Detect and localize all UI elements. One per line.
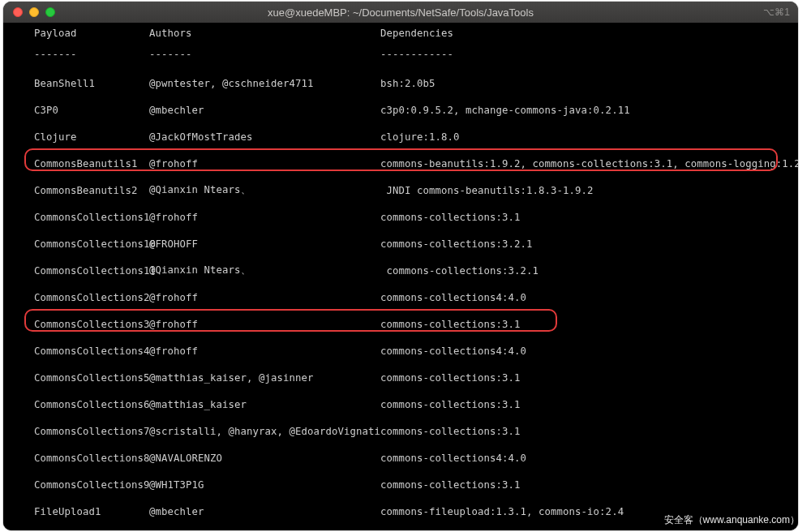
window-title: xue@xuedeMBP: ~/Documents/NetSafe/Tools/…: [3, 6, 798, 19]
sep-deps: ------------: [380, 49, 453, 60]
cell-deps: commons-collections:3.1: [380, 426, 521, 437]
cell-payload: CommonsCollections2: [34, 292, 150, 303]
close-icon[interactable]: [13, 7, 23, 17]
table-row: C3P0 @mbechler c3p0:0.9.5.2, mchange-com…: [3, 97, 798, 123]
cell-deps: clojure:1.8.0: [380, 131, 460, 143]
titlebar: xue@xuedeMBP: ~/Documents/NetSafe/Tools/…: [3, 2, 798, 23]
cell-authors: @JackOfMostTrades: [149, 131, 253, 143]
table-row: CommonsCollections11 @Qianxin Ntears、 co…: [3, 257, 798, 284]
table-row: CommonsCollections2 @frohoff commons-col…: [3, 284, 798, 311]
cell-deps: commons-collections:3.2.1: [380, 265, 539, 277]
sep-payload: -------: [34, 49, 77, 60]
table-row: CommonsCollections5 @matthias_kaiser, @j…: [3, 364, 798, 391]
cell-authors: @scristalli, @hanyrax, @EdoardoVignati: [149, 426, 380, 437]
cell-authors: @pwntester, @cschneider4711: [149, 78, 314, 89]
cell-payload: CommonsCollections7: [34, 426, 150, 437]
cell-authors: @mbechler: [149, 105, 204, 116]
cell-deps: c3p0:0.9.5.2, mchange-commons-java:0.2.1…: [380, 105, 630, 116]
cell-payload: CommonsCollections5: [34, 372, 150, 384]
cell-deps: commons-collections:3.1: [380, 479, 521, 491]
cell-authors: @mbechler: [149, 506, 204, 517]
cell-deps: JNDI commons-beanutils:1.8.3-1.9.2: [380, 185, 594, 196]
cell-deps: commons-collections4:4.0: [380, 292, 526, 303]
shortcut-hint: ⌥⌘1: [763, 6, 790, 18]
header-row: Payload Authors Dependencies: [3, 24, 798, 42]
cell-payload: CommonsCollections6: [34, 399, 150, 410]
cell-deps: commons-fileupload:1.3.1, commons-io:2.4: [380, 506, 624, 517]
cell-authors: @frohoff: [149, 345, 198, 357]
header-authors: Authors: [149, 28, 192, 39]
table-row: CommonsCollections8 @NAVALORENZO commons…: [3, 444, 798, 471]
table-row: CommonsBeanutils1 @frohoff commons-beanu…: [3, 150, 798, 177]
table-row: CommonsCollections3 @frohoff commons-col…: [3, 311, 798, 337]
cell-deps: commons-collections:3.1: [380, 319, 521, 330]
watermark: 安全客（www.anquanke.com）: [664, 513, 800, 527]
terminal-body[interactable]: Payload Authors Dependencies ------- ---…: [3, 23, 798, 530]
cell-authors: @Qianxin Ntears、: [149, 264, 251, 277]
cell-payload: C3P0: [34, 105, 58, 116]
maximize-icon[interactable]: [45, 7, 55, 17]
table-row: CommonsBeanutils2 @Qianxin Ntears、 JNDI …: [3, 177, 798, 204]
cell-authors: @frohoff: [149, 158, 198, 169]
cell-deps: commons-collections:3.2.1: [380, 238, 533, 250]
sep-authors: -------: [149, 49, 192, 60]
cell-payload: CommonsCollections10: [34, 238, 156, 250]
cell-authors: @frohoff: [149, 212, 198, 223]
cell-authors: @frohoff: [149, 292, 198, 303]
table-row: CommonsCollections1 @frohoff commons-col…: [3, 204, 798, 230]
minimize-icon[interactable]: [29, 7, 39, 17]
cell-authors: @frohoff: [149, 319, 198, 330]
cell-deps: commons-collections4:4.0: [380, 453, 526, 464]
cell-payload: CommonsCollections4: [34, 345, 150, 357]
cell-payload: CommonsCollections9: [34, 479, 150, 491]
cell-authors: @matthias_kaiser: [149, 399, 247, 410]
cell-deps: commons-beanutils:1.9.2, commons-collect…: [380, 158, 798, 169]
cell-deps: bsh:2.0b5: [380, 78, 436, 89]
cell-payload: CommonsBeanutils2: [34, 185, 138, 196]
header-deps: Dependencies: [380, 28, 453, 39]
table-row: CommonsCollections10 @FROHOFF commons-co…: [3, 230, 798, 257]
separator-row: ------- ------- ------------: [3, 45, 798, 63]
cell-deps: commons-collections4:4.0: [380, 345, 526, 357]
table-row: CommonsCollections7 @scristalli, @hanyra…: [3, 418, 798, 444]
table-row: CommonsCollections6 @matthias_kaiser com…: [3, 391, 798, 418]
table-row: Clojure @JackOfMostTrades clojure:1.8.0: [3, 123, 798, 150]
cell-payload: CommonsCollections3: [34, 319, 150, 330]
cell-authors: @FROHOFF: [149, 238, 198, 250]
cell-authors: @WH1T3P1G: [149, 479, 204, 491]
cell-payload: CommonsBeanutils1: [34, 158, 138, 169]
table-row: CommonsCollections4 @frohoff commons-col…: [3, 337, 798, 364]
cell-authors: @NAVALORENZO: [149, 453, 222, 464]
cell-payload: CommonsCollections1: [34, 212, 150, 223]
cell-deps: commons-collections:3.1: [380, 372, 521, 384]
cell-payload: CommonsCollections8: [34, 453, 150, 464]
cell-payload: BeanShell1: [34, 78, 95, 89]
cell-payload: FileUpload1: [34, 506, 101, 517]
header-payload: Payload: [34, 28, 77, 39]
cell-authors: @Qianxin Ntears、: [149, 183, 251, 197]
table-row: BeanShell1 @pwntester, @cschneider4711 b…: [3, 70, 798, 97]
cell-payload: Clojure: [34, 131, 77, 143]
cell-deps: commons-collections:3.1: [380, 399, 521, 410]
cell-payload: CommonsCollections11: [34, 265, 156, 277]
traffic-lights: [3, 7, 55, 17]
cell-authors: @matthias_kaiser, @jasinner: [149, 372, 314, 384]
cell-deps: commons-collections:3.1: [380, 212, 521, 223]
table-row: CommonsCollections9 @WH1T3P1G commons-co…: [3, 471, 798, 498]
terminal-window: xue@xuedeMBP: ~/Documents/NetSafe/Tools/…: [3, 2, 798, 530]
